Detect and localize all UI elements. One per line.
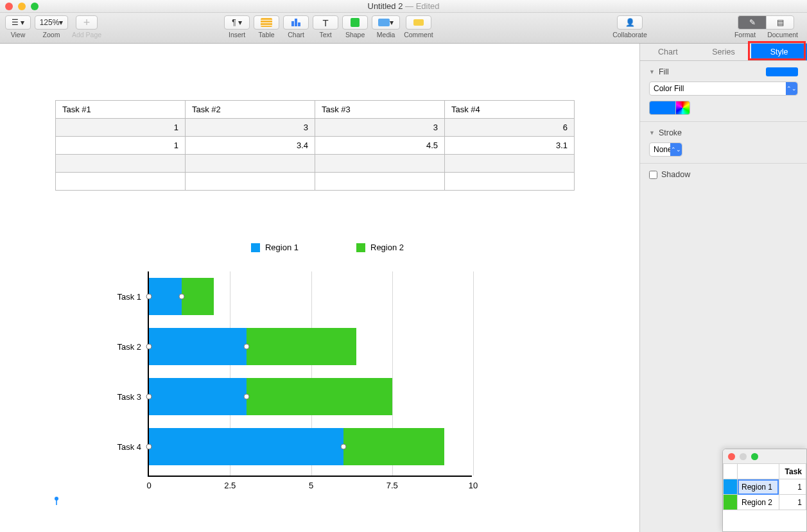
svg-rect-1 bbox=[56, 499, 57, 505]
table-cell[interactable] bbox=[445, 155, 575, 173]
format-button[interactable]: ✎ bbox=[738, 15, 766, 30]
bar-segment[interactable] bbox=[149, 328, 247, 365]
table-header[interactable]: Task #3 bbox=[315, 101, 445, 119]
selection-handle[interactable] bbox=[146, 444, 152, 450]
media-button[interactable]: ▾ bbox=[372, 15, 400, 30]
table-cell[interactable]: 3 bbox=[315, 119, 445, 137]
selection-handle[interactable] bbox=[243, 344, 249, 350]
table-cell[interactable] bbox=[315, 155, 445, 173]
view-label: View bbox=[11, 31, 26, 39]
series-name-cell[interactable]: Region 1 bbox=[738, 479, 779, 495]
bar-segment[interactable] bbox=[182, 278, 214, 315]
minimize-window-button[interactable] bbox=[740, 453, 747, 460]
comment-button[interactable] bbox=[406, 15, 431, 30]
table-header[interactable]: Task #1 bbox=[56, 101, 186, 119]
fill-type-dropdown[interactable]: Color Fill⌃⌄ bbox=[649, 82, 798, 96]
data-value-cell[interactable]: 1 bbox=[779, 479, 806, 495]
chart[interactable]: Region 1 Region 2 02.557.510Task 1Task 2… bbox=[148, 243, 507, 477]
bar-row[interactable]: Task 2 bbox=[149, 328, 356, 365]
shadow-checkbox[interactable]: Shadow bbox=[649, 170, 798, 179]
table-cell[interactable] bbox=[56, 173, 186, 191]
close-window-button[interactable] bbox=[728, 453, 735, 460]
data-value-cell[interactable]: 1 bbox=[779, 495, 806, 510]
selection-handle[interactable] bbox=[341, 444, 347, 450]
tab-chart[interactable]: Chart bbox=[640, 44, 696, 60]
series-color-swatch[interactable] bbox=[724, 479, 738, 495]
bar-segment[interactable] bbox=[149, 278, 182, 315]
view-button[interactable]: ☰ ▾ bbox=[5, 15, 31, 30]
chart-data-table[interactable]: Task Region 1 1 Region 2 1 bbox=[723, 463, 806, 510]
x-tick-label: 5 bbox=[309, 481, 313, 490]
table-cell[interactable]: 1 bbox=[56, 137, 186, 155]
table-cell[interactable]: 3 bbox=[186, 119, 315, 137]
text-button[interactable]: T bbox=[313, 15, 338, 30]
zoom-window-button[interactable] bbox=[31, 3, 39, 10]
fill-color-swatch[interactable] bbox=[649, 101, 676, 115]
data-column-header[interactable]: Task bbox=[779, 464, 806, 479]
minimize-window-button[interactable] bbox=[18, 3, 26, 10]
insert-button[interactable]: ¶ ▾ bbox=[224, 15, 250, 30]
bar-segment[interactable] bbox=[343, 428, 444, 465]
fill-label: Fill bbox=[659, 67, 669, 76]
selection-handle[interactable] bbox=[146, 344, 152, 350]
fill-color-well[interactable] bbox=[649, 101, 798, 115]
data-table[interactable]: Task #1 Task #2 Task #3 Task #4 1 3 3 6 … bbox=[55, 100, 575, 191]
selection-handle[interactable] bbox=[178, 294, 184, 300]
table-cell[interactable] bbox=[445, 173, 575, 191]
table-cell[interactable]: 3.1 bbox=[445, 137, 575, 155]
series-name-cell[interactable]: Region 2 bbox=[738, 495, 779, 510]
titlebar: Untitled 2 — Edited bbox=[0, 0, 807, 13]
table-cell[interactable] bbox=[186, 173, 315, 191]
series-color-swatch[interactable] bbox=[724, 495, 738, 510]
tab-style[interactable]: Style bbox=[751, 44, 807, 60]
data-window-titlebar[interactable] bbox=[723, 449, 806, 463]
x-tick-label: 7.5 bbox=[386, 481, 398, 490]
table-cell[interactable]: 4.5 bbox=[315, 137, 445, 155]
table-cell[interactable]: 1 bbox=[56, 119, 186, 137]
chart-button[interactable] bbox=[283, 15, 309, 30]
legend-label: Region 2 bbox=[370, 243, 404, 252]
tab-series[interactable]: Series bbox=[696, 44, 752, 60]
bar-row[interactable]: Task 4 bbox=[149, 428, 444, 465]
bar-row[interactable]: Task 3 bbox=[149, 378, 392, 415]
table-button[interactable] bbox=[254, 15, 279, 30]
disclosure-triangle-icon[interactable]: ▼ bbox=[649, 69, 655, 75]
table-cell[interactable]: 3.4 bbox=[186, 137, 315, 155]
document-button[interactable]: ▤ bbox=[766, 15, 794, 30]
add-page-button[interactable]: + bbox=[76, 15, 98, 30]
zoom-button[interactable]: 125% ▾ bbox=[35, 15, 68, 30]
table-label: Table bbox=[259, 31, 275, 39]
color-wheel-icon[interactable] bbox=[676, 101, 690, 115]
shape-button[interactable] bbox=[342, 15, 368, 30]
bar-segment[interactable] bbox=[149, 378, 247, 415]
shadow-checkbox-input[interactable] bbox=[649, 171, 657, 179]
chart-data-window[interactable]: Task Region 1 1 Region 2 1 bbox=[722, 449, 807, 532]
collaborate-button[interactable]: 👤 bbox=[617, 15, 643, 30]
selection-handle[interactable] bbox=[146, 394, 152, 400]
table-cell[interactable] bbox=[186, 155, 315, 173]
table-cell[interactable]: 6 bbox=[445, 119, 575, 137]
text-label: Text bbox=[319, 31, 331, 39]
disclosure-triangle-icon[interactable]: ▼ bbox=[649, 130, 655, 136]
zoom-label: Zoom bbox=[43, 31, 60, 39]
stroke-type-dropdown[interactable]: None⌃⌄ bbox=[649, 142, 682, 157]
table-header[interactable]: Task #2 bbox=[186, 101, 315, 119]
selection-handle[interactable] bbox=[146, 294, 152, 300]
zoom-window-button[interactable] bbox=[751, 453, 758, 460]
shape-icon bbox=[351, 18, 360, 27]
bar-segment[interactable] bbox=[247, 378, 392, 415]
selection-handle[interactable] bbox=[243, 394, 249, 400]
bar-segment[interactable] bbox=[247, 328, 357, 365]
inspector-tabs: Chart Series Style bbox=[640, 44, 807, 61]
document-canvas[interactable]: Task #1 Task #2 Task #3 Task #4 1 3 3 6 … bbox=[0, 44, 640, 532]
close-window-button[interactable] bbox=[5, 3, 13, 10]
collaborate-icon: 👤 bbox=[625, 18, 635, 27]
table-cell[interactable] bbox=[56, 155, 186, 173]
bar-segment[interactable] bbox=[149, 428, 343, 465]
comment-icon bbox=[413, 19, 424, 26]
table-cell[interactable] bbox=[315, 173, 445, 191]
chart-icon bbox=[291, 19, 300, 26]
text-cursor-marker bbox=[54, 497, 59, 506]
window-title: Untitled 2 — Edited bbox=[367, 1, 439, 11]
table-header[interactable]: Task #4 bbox=[445, 101, 575, 119]
